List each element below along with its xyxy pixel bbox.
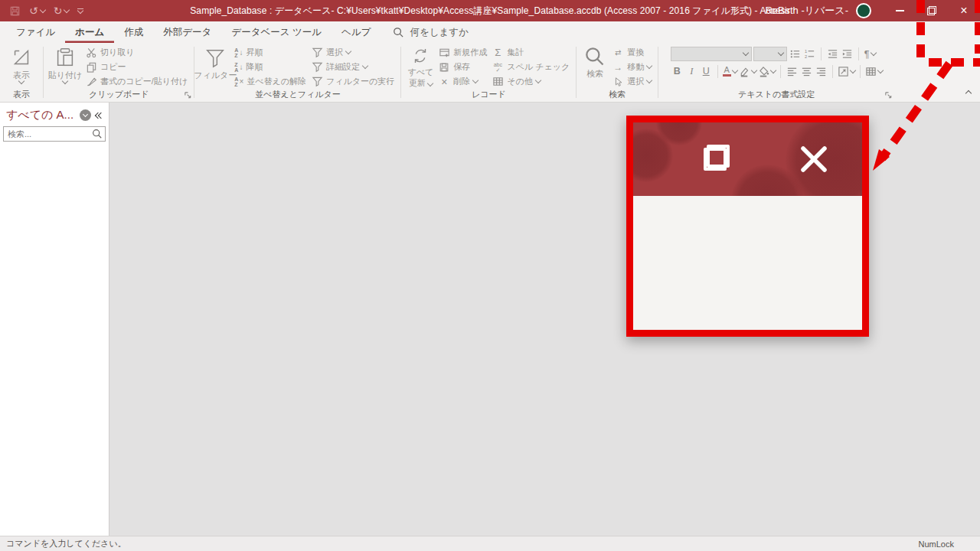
alternate-row-color-button[interactable] xyxy=(865,64,883,78)
group-label-records: レコード xyxy=(401,89,576,102)
numbering-button[interactable] xyxy=(803,47,816,61)
sort-descending-button[interactable]: ZA↓降順 xyxy=(232,60,309,74)
align-left-button[interactable] xyxy=(786,64,799,78)
tab-file[interactable]: ファイル xyxy=(6,21,65,43)
totals-button[interactable]: Σ集計 xyxy=(489,45,572,60)
filter-button[interactable]: フィルター xyxy=(198,44,232,89)
group-label-views: 表示 xyxy=(0,89,43,102)
underline-button[interactable]: U xyxy=(700,64,713,78)
background-color-button[interactable] xyxy=(758,64,776,78)
toggle-filter-button[interactable]: フィルターの実行 xyxy=(309,74,397,89)
undo-button[interactable]: ↺ xyxy=(29,5,45,16)
gridlines-button[interactable] xyxy=(838,64,855,78)
view-button[interactable]: 表示 xyxy=(4,44,39,89)
replace-icon: ⇄ xyxy=(612,47,624,59)
goto-button[interactable]: →移動 xyxy=(609,60,654,74)
minimize-button[interactable] xyxy=(884,0,916,21)
dashed-rect-left-edge xyxy=(916,0,925,66)
undo-icon: ↺ xyxy=(29,5,38,16)
clear-sort-button[interactable]: AZ×並べ替えの解除 xyxy=(232,74,309,89)
nav-pane-shutter-button[interactable] xyxy=(96,113,103,118)
access-application-window: ↺ ↻ Sample_Database : データベース- C:¥Users¥t… xyxy=(0,0,980,551)
group-label-find: 検索 xyxy=(577,89,658,102)
chevron-down-icon xyxy=(472,77,479,83)
find-label: 検索 xyxy=(586,69,603,78)
copy-button[interactable]: コピー xyxy=(83,60,190,74)
sigma-icon: Σ xyxy=(492,47,504,59)
select-button[interactable]: 選択 xyxy=(609,74,654,89)
spelling-button[interactable]: abc✓スペル チェック xyxy=(489,60,572,74)
chevron-down-icon xyxy=(362,63,368,69)
tab-home[interactable]: ホーム xyxy=(65,21,114,43)
search-icon xyxy=(393,27,404,38)
filter-icon xyxy=(204,46,227,69)
format-painter-button[interactable]: 書式のコピー/貼り付け xyxy=(83,74,190,89)
redo-button[interactable]: ↻ xyxy=(54,5,70,16)
delete-record-button[interactable]: ×削除 xyxy=(436,74,489,89)
copy-label: コピー xyxy=(100,61,126,73)
clipboard-dialog-launcher[interactable] xyxy=(184,91,192,99)
group-text-formatting: ¶ B I U A xyxy=(658,43,894,102)
chevron-down-icon xyxy=(646,77,652,83)
goto-arrow-icon: → xyxy=(612,61,624,73)
clear-sort-icon: AZ× xyxy=(234,77,243,87)
highlight-color-button[interactable] xyxy=(739,64,756,78)
more-records-button[interactable]: その他 xyxy=(489,74,572,89)
tab-help[interactable]: ヘルプ xyxy=(332,21,381,43)
ribbon-tab-row: ファイル ホーム 作成 外部データ データベース ツール ヘルプ 何をしますか xyxy=(0,21,980,43)
font-name-combo[interactable] xyxy=(671,47,752,61)
find-magnifier-icon xyxy=(584,46,606,67)
save-record-icon xyxy=(438,61,450,73)
group-label-text-formatting: テキストの書式設定 xyxy=(658,89,894,102)
collapse-ribbon-button[interactable] xyxy=(966,85,971,99)
font-size-combo[interactable] xyxy=(753,47,787,61)
magnified-restore-icon xyxy=(704,145,730,171)
advanced-funnel-icon xyxy=(311,61,323,73)
customize-qat-button[interactable] xyxy=(77,8,83,13)
decrease-indent-button[interactable] xyxy=(826,47,839,61)
paste-icon xyxy=(54,46,77,69)
font-color-button[interactable]: A xyxy=(723,64,737,78)
align-right-button[interactable] xyxy=(815,64,828,78)
text-formatting-dialog-launcher[interactable] xyxy=(884,91,893,99)
paragraph-marks-button[interactable]: ¶ xyxy=(864,47,877,61)
more-table-icon xyxy=(492,76,504,88)
find-button[interactable]: 検索 xyxy=(580,44,609,89)
copy-icon xyxy=(85,61,97,73)
tab-database-tools[interactable]: データベース ツール xyxy=(221,21,332,43)
bold-button[interactable]: B xyxy=(671,64,684,78)
nav-pane-menu-button[interactable] xyxy=(80,109,91,121)
increase-indent-button[interactable] xyxy=(841,47,854,61)
tab-external-data[interactable]: 外部データ xyxy=(153,21,221,43)
new-record-button[interactable]: 新規作成 xyxy=(436,45,489,60)
nav-search-input[interactable] xyxy=(6,129,92,139)
advanced-filter-button[interactable]: 詳細設定 xyxy=(309,60,397,74)
align-center-button[interactable] xyxy=(800,64,813,78)
sort-ascending-icon: AZ↓ xyxy=(234,47,243,58)
save-record-button[interactable]: 保存 xyxy=(436,60,489,74)
navigation-pane: すべての A... xyxy=(0,103,109,536)
align-left-icon xyxy=(786,66,798,77)
separator xyxy=(832,65,833,78)
save-button[interactable] xyxy=(9,5,21,17)
paste-button[interactable]: 貼り付け xyxy=(47,44,83,89)
account-avatar[interactable] xyxy=(856,3,871,18)
ribbon-home: 表示 表示 貼り付け 切り取り コピー 書式のコピー/貼り付け xyxy=(0,43,980,103)
nav-pane-title: すべての A... xyxy=(6,108,80,122)
magnified-close-icon xyxy=(799,144,829,174)
tab-create[interactable]: 作成 xyxy=(114,21,153,43)
refresh-all-button[interactable]: すべて 更新 xyxy=(405,44,436,89)
selection-button[interactable]: 選択 xyxy=(309,45,397,60)
titlebar: ↺ ↻ Sample_Database : データベース- C:¥Users¥t… xyxy=(0,0,980,21)
bullets-button[interactable] xyxy=(789,47,802,61)
replace-button[interactable]: ⇄置換 xyxy=(609,45,654,60)
scissors-icon xyxy=(85,47,97,59)
restore-icon xyxy=(927,6,936,15)
italic-button[interactable]: I xyxy=(685,64,698,78)
tell-me-search[interactable]: 何をしますか xyxy=(393,26,468,39)
account-name[interactable]: ReBirth -リバース- xyxy=(765,4,848,18)
search-icon[interactable] xyxy=(92,129,103,139)
chevron-down-icon xyxy=(646,63,652,69)
cut-button[interactable]: 切り取り xyxy=(83,45,190,60)
sort-ascending-button[interactable]: AZ↓昇順 xyxy=(232,45,309,60)
